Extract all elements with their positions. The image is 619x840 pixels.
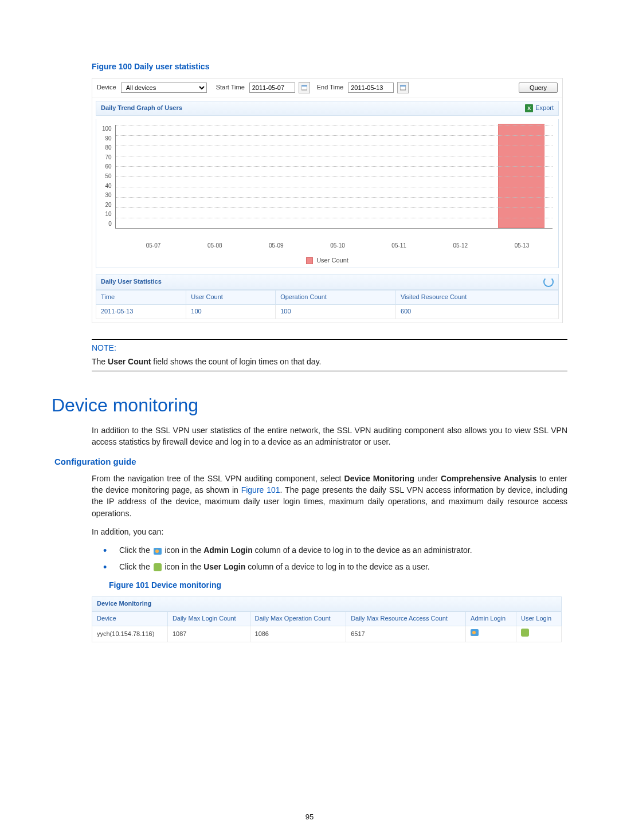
device-label: Device: [97, 83, 117, 92]
figure-100-panel: Device All devices Start Time End Time Q…: [92, 78, 563, 323]
section-heading: Device monitoring: [52, 392, 567, 418]
cell-vr-count[interactable]: 600: [395, 304, 558, 319]
refresh-icon[interactable]: [543, 277, 554, 287]
device-monitoring-title: Device Monitoring: [92, 596, 562, 611]
cell-res: 6517: [346, 626, 466, 642]
bullet-list: Click the icon in the Admin Login column…: [103, 544, 567, 572]
col-op: Daily Max Operation Count: [250, 612, 346, 626]
cell-user-login[interactable]: [516, 626, 561, 642]
config-paragraph-2: In addition, you can:: [92, 526, 567, 537]
end-time-input[interactable]: [348, 83, 394, 93]
trend-section-header: Daily Trend Graph of Users X Export: [96, 101, 559, 116]
chart-container: 1009080706050403020100 05-0705-0805-0905…: [96, 119, 559, 268]
user-login-icon: [154, 563, 162, 571]
cell-user-count[interactable]: 100: [186, 304, 276, 319]
cell-device: yych(10.154.78.116): [92, 626, 168, 642]
admin-login-row-icon: [471, 629, 479, 636]
cell-time[interactable]: 2011-05-13: [96, 304, 186, 319]
col-user: User Login: [516, 612, 561, 626]
config-paragraph-1: From the navigation tree of the SSL VPN …: [92, 473, 567, 519]
cell-op-count[interactable]: 100: [276, 304, 396, 319]
svg-rect-3: [400, 85, 406, 87]
device-select[interactable]: All devices: [121, 83, 207, 93]
col-user-count: User Count: [186, 290, 276, 304]
figure-101-caption: Figure 101 Device monitoring: [109, 579, 567, 591]
end-time-label: End Time: [317, 83, 344, 92]
start-date-picker-icon[interactable]: [299, 82, 310, 93]
admin-login-icon: [154, 548, 162, 555]
export-link[interactable]: X Export: [525, 104, 554, 113]
figure-101-link[interactable]: Figure 101: [241, 485, 280, 494]
col-admin: Admin Login: [466, 612, 516, 626]
excel-icon: X: [525, 104, 533, 112]
col-login: Daily Max Login Count: [167, 612, 250, 626]
bullet-user-login: Click the icon in the User Login column …: [103, 561, 567, 572]
note-text: The User Count field shows the count of …: [92, 356, 567, 367]
filter-bar: Device All devices Start Time End Time Q…: [92, 78, 562, 97]
cell-op: 1086: [250, 626, 346, 642]
col-device: Device: [92, 612, 168, 626]
start-time-label: Start Time: [216, 83, 246, 92]
col-time: Time: [96, 290, 186, 304]
svg-rect-1: [301, 85, 307, 87]
chart-plot: [115, 125, 553, 229]
note-label: NOTE:: [92, 342, 567, 354]
col-op-count: Operation Count: [276, 290, 396, 304]
user-login-row-icon: [521, 629, 529, 637]
cell-login: 1087: [167, 626, 250, 642]
export-label: Export: [535, 104, 554, 113]
start-time-input[interactable]: [249, 83, 295, 93]
note-rule-bottom: [92, 371, 567, 371]
legend-label: User Count: [316, 257, 348, 264]
col-res: Daily Max Resource Access Count: [346, 612, 466, 626]
chart-y-axis: 1009080706050403020100: [102, 125, 115, 228]
col-vr-count: Visited Resource Count: [395, 290, 558, 304]
table-row: 2011-05-13 100 100 600: [96, 304, 559, 319]
legend-swatch-icon: [306, 257, 313, 264]
page-number: 95: [0, 812, 619, 823]
figure-101-panel: Device Monitoring Device Daily Max Login…: [92, 596, 562, 642]
note-rule-top: [92, 339, 567, 340]
intro-paragraph: In addition to the SSL VPN user statisti…: [92, 425, 567, 448]
stats-title: Daily User Statistics: [101, 277, 162, 286]
trend-title: Daily Trend Graph of Users: [101, 104, 182, 113]
figure-100-caption: Figure 100 Daily user statistics: [92, 61, 567, 72]
device-monitoring-table: Device Daily Max Login Count Daily Max O…: [92, 611, 562, 642]
cell-admin-login[interactable]: [466, 626, 516, 642]
chart-legend: User Count: [102, 256, 553, 265]
stats-table: Time User Count Operation Count Visited …: [96, 290, 559, 319]
stats-section-header: Daily User Statistics: [96, 274, 559, 290]
chart-x-axis: 05-0705-0805-0905-1005-1105-1205-13: [123, 242, 553, 250]
query-button[interactable]: Query: [519, 83, 558, 93]
end-date-picker-icon[interactable]: [397, 82, 409, 93]
bullet-admin-login: Click the icon in the Admin Login column…: [103, 544, 567, 556]
config-guide-heading: Configuration guide: [54, 456, 567, 468]
table-row: yych(10.154.78.116) 1087 1086 6517: [92, 626, 562, 642]
